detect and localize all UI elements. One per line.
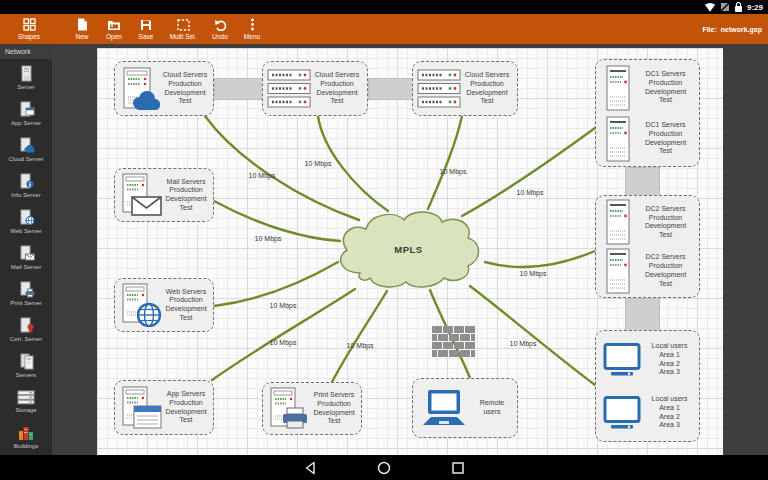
link-mpls-print[interactable] <box>332 291 387 382</box>
tower-server-icon <box>600 65 636 111</box>
palette-item-mail-server[interactable]: Mail Server <box>0 239 52 275</box>
laptop-icon <box>417 389 471 427</box>
multi-select-button[interactable]: Multi Sel. <box>162 14 204 44</box>
rack-servers-icon <box>417 69 461 109</box>
web-server-icon <box>119 283 163 327</box>
recents-button[interactable] <box>449 459 467 477</box>
node-label: DC1 Servers Production Development Test <box>636 121 695 156</box>
link-mpls-dc1[interactable] <box>462 128 595 216</box>
node-label: Cloud Servers Production Development Tes… <box>461 71 513 106</box>
multi-select-icon <box>177 19 190 31</box>
palette-item-cloud-server[interactable]: Cloud Server <box>0 131 52 167</box>
status-icons: 9:29 <box>704 0 763 14</box>
toolbar: Shapes New Open Save Multi Sel. Undo Men… <box>0 14 768 44</box>
palette-item-web-server[interactable]: Web Server <box>0 203 52 239</box>
desktop-monitor-icon <box>600 343 644 377</box>
node-local-users[interactable]: Local users Area 1 Area 2 Area 3 Local u… <box>595 330 700 442</box>
palette-item-server[interactable]: Server <box>0 59 52 95</box>
link-label: 10 Mbps <box>517 189 544 196</box>
node-dc1-servers[interactable]: DC1 Servers Production Development Test … <box>595 59 700 167</box>
new-button[interactable]: New <box>66 14 98 44</box>
home-icon <box>377 461 391 475</box>
palette-item-cert-server[interactable]: Cert. Server <box>0 311 52 347</box>
link-mpls-cloud3[interactable] <box>428 116 462 209</box>
link-mpls-local[interactable] <box>470 286 595 385</box>
back-icon <box>304 461 316 475</box>
node-label: Remote users <box>471 399 513 417</box>
lock-icon <box>734 2 743 12</box>
mpls-label: MPLS <box>330 206 487 292</box>
palette-item-info-server[interactable]: Info Server <box>0 167 52 203</box>
node-remote-users[interactable]: Remote users <box>412 378 518 438</box>
mpls-cloud-node[interactable]: MPLS <box>330 206 487 292</box>
new-file-icon <box>76 18 88 31</box>
home-button[interactable] <box>375 459 393 477</box>
servers-icon <box>18 353 35 370</box>
node-label: App Servers Production Development Test <box>163 390 209 425</box>
recents-icon <box>452 462 464 474</box>
palette-header: Network <box>0 44 52 59</box>
palette-item-app-server[interactable]: App Server <box>0 95 52 131</box>
palette-item-buildings[interactable]: Buildings <box>0 419 52 455</box>
node-label: DC2 Servers Production Development Test <box>636 253 695 288</box>
link-label: 10 Mbps <box>270 339 297 346</box>
node-label: DC1 Servers Production Development Test <box>636 70 695 105</box>
node-cloud-servers-1[interactable]: Cloud Servers Production Development Tes… <box>114 61 214 116</box>
link-label: 10 Mbps <box>347 342 374 349</box>
overflow-menu-icon <box>250 18 255 31</box>
link-label: 10 Mbps <box>255 235 282 242</box>
node-cloud-servers-3[interactable]: Cloud Servers Production Development Tes… <box>412 61 518 116</box>
web-server-icon <box>18 209 35 226</box>
mail-server-icon <box>18 245 35 262</box>
rack-servers-icon <box>267 69 311 109</box>
save-button[interactable]: Save <box>130 14 162 44</box>
save-floppy-icon <box>140 19 152 31</box>
palette-item-print-server[interactable]: Print Server <box>0 275 52 311</box>
node-label: Mail Servers Production Development Test <box>163 178 209 213</box>
back-button[interactable] <box>301 459 319 477</box>
node-dc2-servers[interactable]: DC2 Servers Production Development Test … <box>595 195 700 298</box>
link-mpls-dc2[interactable] <box>485 251 595 267</box>
mail-server-icon <box>119 173 163 217</box>
cloud-server-icon <box>119 67 161 111</box>
node-print-servers[interactable]: Print Servers Production Development Tes… <box>262 382 362 435</box>
palette-item-servers[interactable]: Servers <box>0 347 52 383</box>
node-app-servers[interactable]: App Servers Production Development Test <box>114 380 214 435</box>
shape-palette-sidebar: Network Server App Server Cloud Server I… <box>0 44 52 455</box>
file-info: File: network.gsp <box>702 14 762 44</box>
link-mpls-web[interactable] <box>214 262 338 306</box>
link-label: 10 Mbps <box>440 168 467 175</box>
shapes-icon <box>23 18 36 31</box>
menu-button[interactable]: Menu <box>236 14 268 44</box>
open-button[interactable]: Open <box>98 14 130 44</box>
info-server-icon <box>18 173 35 190</box>
tower-server-icon <box>600 199 636 245</box>
file-label: File: <box>702 26 716 33</box>
palette-item-storage[interactable]: Storage <box>0 383 52 419</box>
firewall-icon[interactable] <box>432 326 475 362</box>
server-icon <box>18 65 34 82</box>
node-mail-servers[interactable]: Mail Servers Production Development Test <box>114 168 214 222</box>
node-label: Local users Area 1 Area 2 Area 3 <box>644 395 695 430</box>
diagram-canvas[interactable]: 10 Mbps 10 Mbps 10 Mbps 10 Mbps 10 Mbps … <box>97 48 723 455</box>
undo-button[interactable]: Undo <box>204 14 236 44</box>
status-bar: 9:29 <box>0 0 768 14</box>
shapes-button[interactable]: Shapes <box>6 14 52 44</box>
node-label: Cloud Servers Production Development Tes… <box>161 71 209 106</box>
link-mpls-cloud1[interactable] <box>205 116 359 220</box>
node-label: Cloud Servers Production Development Tes… <box>311 71 363 106</box>
print-server-icon <box>267 387 311 431</box>
link-label: 10 Mbps <box>520 270 547 277</box>
app-server-icon <box>119 386 163 430</box>
link-label: 10 Mbps <box>249 172 276 179</box>
tower-server-icon <box>600 248 636 294</box>
file-name: network.gsp <box>721 26 762 33</box>
canvas-background: 10 Mbps 10 Mbps 10 Mbps 10 Mbps 10 Mbps … <box>52 44 768 455</box>
node-web-servers[interactable]: Web Servers Production Development Test <box>114 278 214 332</box>
toolbar-separator <box>52 14 66 44</box>
node-cloud-servers-2[interactable]: Cloud Servers Production Development Tes… <box>262 61 368 116</box>
buildings-icon <box>17 425 35 441</box>
undo-icon <box>214 19 227 31</box>
android-nav-bar <box>0 455 768 480</box>
link-label: 10 Mbps <box>270 302 297 309</box>
